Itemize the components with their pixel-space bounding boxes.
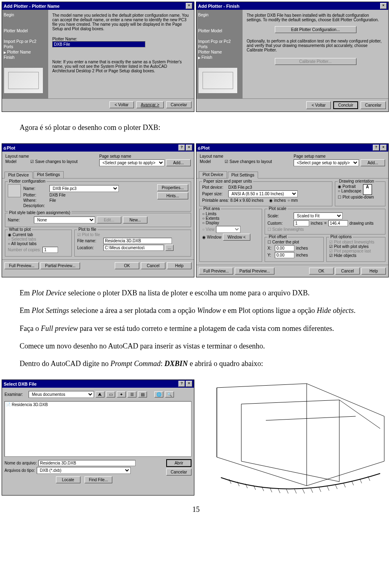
save-changes-checkbox[interactable]: Save changes to layout	[30, 159, 78, 164]
back-button[interactable]: < Voltar	[306, 101, 331, 109]
tab-plot-device[interactable]: Plot Device	[199, 171, 227, 178]
cancel-button[interactable]: Cancelar	[361, 101, 386, 109]
help-icon[interactable]: ?	[178, 145, 185, 151]
edit-plotter-config-button[interactable]: Edit Plotter Configuration...	[275, 26, 356, 33]
landscape-radio[interactable]: Landscape	[338, 189, 361, 193]
custom-inches-input[interactable]	[294, 220, 309, 226]
cancel-button[interactable]: Cancelar	[166, 469, 192, 476]
locate-button[interactable]: Locate	[56, 476, 80, 483]
help-button[interactable]: Help	[167, 262, 192, 269]
x-input[interactable]	[275, 245, 294, 251]
opt-plot-styles-checkbox[interactable]: Plot with plot styles	[329, 244, 383, 249]
close-icon[interactable]: ×	[380, 3, 387, 9]
wizard-body-text: The model name you selected is the defau…	[52, 13, 190, 31]
plot-to-file-checkbox[interactable]: Plot to file	[77, 232, 188, 237]
close-icon[interactable]: ×	[380, 145, 387, 151]
svg-line-12	[327, 486, 329, 491]
custom-units-input[interactable]	[328, 220, 348, 226]
finish-button[interactable]: Concluir	[333, 101, 358, 109]
plotter-name-select[interactable]: DXB File.pc3	[49, 185, 119, 192]
file-item[interactable]: 📄 Residencia 3D.DXB	[6, 402, 190, 407]
opt-hide-objects-checkbox[interactable]: Hide objects	[329, 253, 383, 258]
layout-name-label: Layout name	[200, 154, 285, 159]
opt-lineweights-checkbox[interactable]: Plot object lineweights	[329, 240, 383, 244]
tab-plot-settings[interactable]: Plot Settings	[33, 171, 64, 178]
cancel-button[interactable]: Cancel	[335, 268, 360, 275]
plotter-name-input[interactable]	[52, 41, 145, 47]
step-ports: Ports	[198, 44, 241, 49]
current-tab-radio[interactable]: Current tab	[8, 232, 69, 237]
hints-button[interactable]: Hints...	[157, 192, 188, 199]
portrait-radio[interactable]: Portrait	[338, 184, 361, 189]
help-icon[interactable]: ?	[373, 145, 379, 151]
find-icon[interactable]: 🔍	[165, 391, 174, 397]
scale-select[interactable]: Scaled to Fit	[294, 212, 343, 219]
add-button[interactable]: Add...	[361, 159, 385, 166]
page-setup-select[interactable]: <Select page setup to apply>	[99, 159, 165, 166]
mm-radio[interactable]: mm	[287, 198, 298, 203]
opt-paperspace-checkbox[interactable]: Plot paperspace last	[329, 249, 383, 253]
partial-preview-button[interactable]: Partial Preview...	[40, 262, 80, 269]
pst-select[interactable]: None	[34, 217, 95, 223]
window-pick-button[interactable]: Window <	[223, 234, 250, 241]
view-radio[interactable]: View	[202, 227, 214, 232]
cancel-button[interactable]: Cancel	[141, 262, 165, 269]
tab-plot-settings[interactable]: Plot Settings	[228, 172, 258, 179]
ok-button[interactable]: OK	[115, 262, 139, 269]
file-list[interactable]: 📄 Residencia 3D.DXB	[4, 401, 192, 457]
center-plot-checkbox[interactable]: Center the plot	[267, 240, 321, 244]
details-view-icon[interactable]: ▤	[138, 391, 147, 397]
extents-radio[interactable]: Extents	[202, 216, 259, 221]
copies-input[interactable]	[42, 247, 58, 253]
back-button[interactable]: < Voltar	[109, 101, 134, 108]
save-changes-checkbox[interactable]: Save changes to layout	[225, 159, 272, 164]
browse-button[interactable]: ...	[165, 245, 174, 251]
next-button[interactable]: Avançar >	[136, 101, 164, 108]
window-radio[interactable]: Window	[202, 235, 221, 239]
tab-plot-device[interactable]: Plot Device	[4, 172, 33, 179]
titlebar: ⎙ Plot ? ×	[196, 144, 388, 152]
location-label: Location:	[77, 246, 102, 250]
help-icon[interactable]: ?	[178, 381, 185, 387]
cancel-button[interactable]: Cancelar	[166, 101, 192, 108]
filetype-label: Arquivos do tipo:	[4, 468, 35, 473]
file-name-input[interactable]	[103, 238, 172, 244]
lookin-select[interactable]: Meus documentos	[29, 391, 94, 398]
list-view-icon[interactable]: ☰	[127, 391, 136, 397]
partial-preview-button[interactable]: Partial Preview...	[235, 268, 274, 275]
location-input[interactable]	[103, 245, 164, 251]
plot-device-value: DXB File.pc3	[228, 185, 252, 190]
edit-button[interactable]: Edit...	[97, 217, 121, 223]
up-folder-icon[interactable]: ⮝	[96, 391, 105, 397]
filename-input[interactable]	[38, 460, 136, 466]
paper-size-select[interactable]: ANSI A (8.50 x 11.00 Inches)	[228, 190, 298, 197]
all-tabs-radio[interactable]: All layout tabs	[8, 241, 69, 246]
inches-radio[interactable]: inches	[269, 198, 286, 203]
page-setup-select[interactable]: <Select page setup to apply>	[294, 159, 359, 166]
ok-button[interactable]: OK	[309, 268, 334, 275]
limits-radio[interactable]: Limits	[202, 212, 259, 216]
close-icon[interactable]: ×	[186, 3, 192, 9]
scale-lineweights-checkbox[interactable]: Scale lineweights	[267, 227, 383, 232]
new-folder-icon[interactable]: ✦	[117, 391, 126, 397]
paper-size-group: Paper size and paper units	[202, 179, 253, 183]
help-button[interactable]: Help	[361, 268, 386, 275]
add-button[interactable]: Add...	[166, 159, 191, 166]
full-preview-button[interactable]: Full Preview...	[4, 262, 39, 269]
close-icon[interactable]: ×	[186, 381, 192, 387]
view-select[interactable]	[216, 226, 241, 233]
calibrate-plotter-button[interactable]: Calibrate Plotter...	[275, 58, 356, 65]
properties-button[interactable]: Properties...	[157, 184, 188, 191]
close-icon[interactable]: ×	[186, 145, 192, 151]
y-input[interactable]	[275, 252, 294, 258]
selected-tabs-radio[interactable]: Selected tabs	[8, 237, 69, 241]
find-file-button[interactable]: Find File...	[85, 476, 113, 483]
filetype-select[interactable]: DXB (*.dxb)	[37, 467, 131, 474]
open-button[interactable]: Abrir	[166, 459, 192, 467]
new-button[interactable]: New...	[123, 217, 147, 223]
full-preview-button[interactable]: Full Preview...	[199, 268, 233, 275]
web-icon[interactable]: 🌐	[154, 391, 163, 397]
display-radio[interactable]: Display	[202, 221, 259, 225]
upside-down-checkbox[interactable]: Plot upside-down	[338, 195, 383, 199]
desktop-icon[interactable]: ▭	[106, 391, 115, 397]
